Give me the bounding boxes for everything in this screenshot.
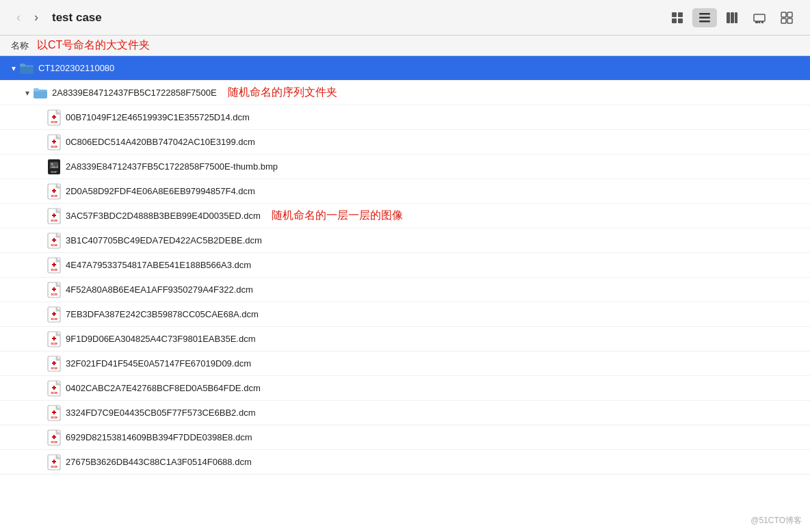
file-list: ▾ CT1202302110080▾ 2A8339E84712437FB5C17… — [0, 56, 810, 532]
svg-rect-7 — [727, 12, 730, 23]
list-item[interactable]: DCM 3B1C407705BC49EDA7ED422AC5B2DEBE.dcm — [0, 228, 810, 253]
list-item[interactable]: DCM 0402CABC2A7E42768BCF8ED0A5B64FDE.dcm — [0, 376, 810, 401]
svg-rect-4 — [699, 13, 710, 15]
file-name: 0C806EDC514A420BB747042AC10E3199.dcm — [66, 137, 255, 147]
list-item[interactable]: DCM 4E47A79533754817ABE541E188B566A3.dcm — [0, 253, 810, 278]
svg-rect-28 — [53, 115, 55, 119]
list-item[interactable]: DCM 3AC57F3BDC2D4888B3BEB99E4D0035ED.dcm… — [0, 204, 810, 228]
list-item[interactable]: DCM 4F52A80A8B6E4EA1AFF9350279A4F322.dcm — [0, 278, 810, 302]
list-item[interactable]: DCM 9F1D9D06EA304825A4C73F9801EAB35E.dcm — [0, 327, 810, 351]
dcm-icon: DCM — [47, 455, 62, 470]
svg-rect-75 — [53, 312, 55, 316]
list-item[interactable]: DCM 7EB3DFA387E242C3B59878CC05CAE68A.dcm — [0, 302, 810, 327]
forward-button[interactable]: › — [29, 8, 44, 27]
svg-rect-87 — [53, 361, 55, 365]
svg-rect-16 — [781, 18, 786, 23]
file-name: CT1202302110080 — [38, 63, 114, 73]
file-name: 2A8339E84712437FB5C1722858F7500E-thumb.b… — [66, 161, 278, 172]
svg-rect-45 — [53, 189, 55, 193]
list-item[interactable]: DCM 00B71049F12E46519939C1E355725D14.dcm — [0, 105, 810, 130]
list-item[interactable]: DCM 0C806EDC514A420BB747042AC10E3199.dcm — [0, 130, 810, 155]
svg-rect-34 — [53, 139, 55, 144]
list-item[interactable]: ▾ 2A8339E84712437FB5C1722858F7500E随机命名的序… — [0, 81, 810, 105]
svg-rect-11 — [755, 21, 758, 23]
dcm-icon: DCM — [47, 307, 62, 322]
svg-rect-2 — [672, 18, 677, 23]
list-item[interactable]: DCM 32F021FD41F545E0A57147FE67019D09.dcm — [0, 351, 810, 376]
watermark: @51CTO博客 — [750, 515, 802, 527]
view-gallery-button[interactable] — [747, 8, 772, 27]
column-header: 名称 以CT号命名的大文件夹 — [0, 36, 810, 56]
file-annotation: 随机命名的序列文件夹 — [228, 85, 337, 100]
svg-rect-20 — [20, 64, 25, 66]
svg-rect-1 — [678, 12, 683, 17]
view-switcher — [665, 8, 799, 27]
svg-text:DCM: DCM — [51, 145, 57, 148]
svg-rect-69 — [53, 287, 55, 291]
view-grid-button[interactable] — [665, 8, 690, 27]
list-item[interactable]: DCM 3324FD7C9E04435CB05F77F573CE6BB2.dcm — [0, 401, 810, 425]
svg-text:DCM: DCM — [51, 317, 57, 321]
file-name: 2A8339E84712437FB5C1722858F7500E — [52, 88, 217, 98]
svg-rect-111 — [53, 460, 55, 464]
svg-text:DCM: DCM — [51, 268, 57, 271]
svg-rect-5 — [699, 16, 710, 18]
dcm-icon: DCM — [47, 110, 62, 125]
list-item[interactable]: DCM 27675B3626DB443C88C1A3F0514F0688.dcm — [0, 450, 810, 475]
file-name: 0402CABC2A7E42768BCF8ED0A5B64FDE.dcm — [66, 383, 261, 393]
svg-rect-14 — [781, 12, 786, 17]
svg-text:DCM: DCM — [51, 243, 57, 247]
svg-text:DCM: DCM — [51, 367, 57, 370]
svg-text:DCM: DCM — [51, 293, 57, 296]
svg-text:DCM: DCM — [51, 120, 57, 124]
dcm-icon: DCM — [47, 430, 62, 445]
svg-rect-23 — [34, 88, 39, 91]
svg-rect-12 — [759, 21, 761, 23]
list-item[interactable]: DCM 6929D82153814609BB394F7DDE0398E8.dcm — [0, 425, 810, 450]
svg-rect-0 — [672, 12, 677, 17]
list-item[interactable]: BMP 2A8339E84712437FB5C1722858F7500E-thu… — [0, 155, 810, 179]
svg-rect-81 — [53, 336, 55, 341]
svg-rect-99 — [53, 410, 55, 414]
view-extra-button[interactable] — [774, 8, 799, 27]
back-icon: ‹ — [16, 10, 21, 24]
name-column-label: 名称 — [11, 40, 29, 52]
gallery-icon — [753, 11, 766, 25]
view-list-button[interactable] — [692, 8, 717, 27]
toolbar: ‹ › test case — [0, 0, 810, 36]
dcm-icon: DCM — [47, 184, 62, 199]
file-name: 7EB3DFA387E242C3B59878CC05CAE68A.dcm — [66, 309, 259, 319]
dcm-icon: DCM — [47, 282, 62, 297]
list-item[interactable]: DCM 2D0A58D92FDF4E06A8E6EB97994857F4.dcm — [0, 179, 810, 204]
svg-rect-3 — [678, 18, 683, 23]
dcm-icon: DCM — [47, 258, 62, 273]
dcm-icon: DCM — [47, 356, 62, 371]
view-columns-button[interactable] — [720, 8, 744, 27]
file-name: 4F52A80A8B6E4EA1AFF9350279A4F322.dcm — [66, 284, 253, 295]
svg-rect-9 — [735, 12, 737, 23]
svg-text:DCM: DCM — [51, 194, 57, 198]
svg-rect-17 — [787, 18, 792, 23]
svg-text:DCM: DCM — [51, 342, 57, 345]
back-button[interactable]: ‹ — [11, 8, 26, 27]
folder-main-icon — [19, 61, 34, 76]
svg-rect-13 — [761, 21, 763, 23]
svg-rect-51 — [53, 213, 55, 217]
grid-icon — [670, 11, 684, 25]
extra-view-icon — [780, 11, 794, 25]
file-name: 3324FD7C9E04435CB05F77F573CE6BB2.dcm — [66, 408, 256, 418]
svg-rect-105 — [53, 435, 55, 439]
list-item[interactable]: ▾ CT1202302110080 — [0, 56, 810, 81]
svg-text:BMP: BMP — [51, 170, 57, 174]
dcm-icon: DCM — [47, 233, 62, 248]
dcm-icon: DCM — [47, 332, 62, 347]
svg-text:DCM: DCM — [51, 465, 57, 468]
svg-rect-63 — [53, 263, 55, 267]
dcm-icon: DCM — [47, 405, 62, 421]
svg-rect-15 — [787, 12, 792, 17]
ct-folder-annotation: 以CT号命名的大文件夹 — [37, 38, 150, 53]
folder-sub-icon — [33, 85, 48, 101]
dcm-icon: DCM — [47, 381, 62, 396]
file-name: 2D0A58D92FDF4E06A8E6EB97994857F4.dcm — [66, 186, 255, 196]
forward-icon: › — [34, 10, 38, 24]
